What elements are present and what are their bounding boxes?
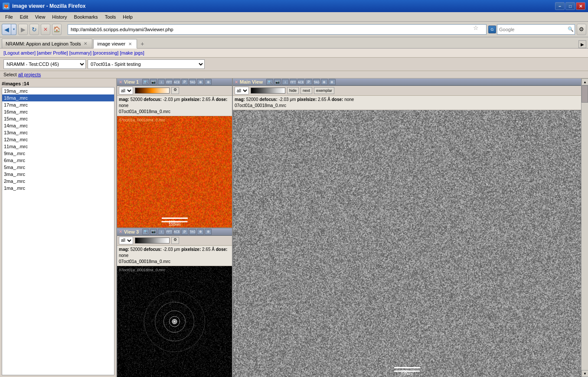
maximize-button[interactable]: □ bbox=[565, 2, 575, 10]
view3-settings-btn[interactable]: ⚙ bbox=[171, 237, 179, 244]
project-select[interactable]: NRAMM - Test:CCD (45) bbox=[3, 59, 86, 69]
summary-link[interactable]: [summary] bbox=[69, 50, 91, 55]
main-view-remove-icon[interactable]: ⊗ bbox=[329, 79, 336, 85]
view1-color-bar[interactable] bbox=[135, 88, 170, 94]
menu-bookmarks[interactable]: Bookmarks bbox=[71, 12, 101, 21]
view1-filter-select[interactable]: all bbox=[119, 87, 133, 94]
tab-image-viewer[interactable]: image viewer ✕ bbox=[93, 39, 137, 49]
hide-button[interactable]: hide bbox=[287, 87, 299, 94]
main-view-ace-icon[interactable]: ACE bbox=[297, 79, 304, 85]
view3-color-bar[interactable] bbox=[135, 237, 170, 244]
main-view-filter-select[interactable]: all bbox=[235, 87, 249, 94]
view3-snapshot-icon[interactable]: 📷 bbox=[150, 229, 157, 235]
list-item[interactable]: 3ma_.mrc bbox=[2, 171, 114, 178]
search-icon[interactable]: 🔍 bbox=[568, 26, 575, 32]
view3-p-icon[interactable]: P bbox=[181, 229, 188, 235]
back-button[interactable]: ◀ bbox=[2, 24, 11, 35]
tab-image-viewer-close[interactable]: ✕ bbox=[127, 41, 133, 47]
tab-appion[interactable]: NRAMM: Appion and Leginon Tools ✕ bbox=[2, 39, 92, 48]
main-view-add-icon[interactable]: ⊕ bbox=[321, 79, 328, 85]
main-view-p-icon[interactable]: P bbox=[305, 79, 312, 85]
main-view-tag-icon[interactable]: TAG bbox=[313, 79, 320, 85]
new-tab-button[interactable]: + bbox=[138, 39, 147, 48]
list-item[interactable]: 19ma_.mrc bbox=[2, 88, 114, 94]
menu-tools[interactable]: Tools bbox=[101, 12, 120, 21]
view3-filter-select[interactable]: all bbox=[119, 237, 133, 244]
stop-button[interactable]: ✕ bbox=[41, 24, 50, 35]
list-item[interactable]: 16ma_.mrc bbox=[2, 108, 114, 115]
view3-fft-icon[interactable]: FFT bbox=[166, 229, 173, 235]
all-projects-link[interactable]: all projects bbox=[18, 72, 41, 77]
menu-file[interactable]: File bbox=[2, 12, 16, 21]
home-button[interactable]: 🏠 bbox=[52, 24, 62, 35]
view3-ace-icon[interactable]: ACE bbox=[173, 229, 180, 235]
tab-appion-close[interactable]: ✕ bbox=[82, 41, 88, 47]
minimize-button[interactable]: – bbox=[555, 2, 565, 10]
scroll-up-button[interactable]: ▲ bbox=[581, 78, 588, 85]
next-button[interactable]: next bbox=[301, 87, 312, 94]
list-item[interactable]: 9ma_.mrc bbox=[2, 150, 114, 157]
view1-tag-icon[interactable]: TAG bbox=[189, 79, 196, 85]
view3-zoom-icon[interactable]: 🔍 bbox=[142, 229, 149, 235]
make-jpgs-link[interactable]: [make jpgs] bbox=[120, 50, 144, 55]
forward-button[interactable]: ▶ bbox=[18, 24, 28, 35]
tab-scroll-right[interactable]: ▶ bbox=[578, 40, 586, 48]
view1-close-icon[interactable]: ✕ bbox=[119, 80, 122, 84]
image-list[interactable]: 19ma_.mrc 18ma_.mrc 17ma_.mrc 16ma_.mrc … bbox=[2, 87, 114, 375]
scrollbar-vertical[interactable]: ▲ ▼ bbox=[581, 78, 588, 377]
main-view-fft-icon[interactable]: FFT bbox=[290, 79, 297, 85]
session-select[interactable]: 07oct01a - Spirit testing bbox=[88, 59, 205, 69]
main-view-info-icon[interactable]: i bbox=[282, 79, 289, 85]
list-item[interactable]: 6ma_.mrc bbox=[2, 157, 114, 164]
view1-ace-icon[interactable]: ACE bbox=[173, 79, 180, 85]
menu-edit[interactable]: Edit bbox=[16, 12, 32, 21]
view1-add-icon[interactable]: ⊕ bbox=[197, 79, 204, 85]
menu-help[interactable]: Help bbox=[119, 12, 136, 21]
main-view-image[interactable]: 07oct01a_00018ma_0.mrc 100nm bbox=[233, 110, 581, 377]
scroll-thumb[interactable] bbox=[581, 85, 588, 103]
list-item[interactable]: 11ma_.mrc bbox=[2, 143, 114, 150]
view1-image[interactable]: 07oct01a_00018ma_0.mrc 100nm bbox=[117, 116, 232, 228]
view1-snapshot-icon[interactable]: 📷 bbox=[150, 79, 157, 85]
view1-zoom-icon[interactable]: 🔍 bbox=[142, 79, 149, 85]
exemplar-button[interactable]: exemplar bbox=[314, 87, 334, 94]
logout-link[interactable]: [Logout amber] bbox=[3, 50, 36, 55]
view3-close-icon[interactable]: ✕ bbox=[119, 229, 122, 234]
view1-fft-icon[interactable]: FFT bbox=[166, 79, 173, 85]
view3-image[interactable]: 07oct01a_00018ma_0.mrc bbox=[117, 266, 232, 377]
refresh-button[interactable]: ↻ bbox=[29, 24, 39, 35]
list-item[interactable]: 15ma_.mrc bbox=[2, 115, 114, 122]
list-item[interactable]: 14ma_.mrc bbox=[2, 122, 114, 129]
back-dropdown[interactable]: ▾ bbox=[11, 24, 16, 35]
list-item-selected[interactable]: 18ma_.mrc bbox=[2, 94, 114, 101]
main-view-zoom-icon[interactable]: 🔍 bbox=[266, 79, 273, 85]
settings-icon[interactable]: ⚙ bbox=[577, 24, 586, 35]
menu-history[interactable]: History bbox=[49, 12, 70, 21]
view1-settings-btn[interactable]: ⚙ bbox=[171, 87, 179, 94]
address-input[interactable] bbox=[71, 27, 473, 32]
main-view-color-bar[interactable] bbox=[251, 88, 285, 94]
main-view-snapshot-icon[interactable]: 📷 bbox=[274, 79, 281, 85]
list-item[interactable]: 13ma_.mrc bbox=[2, 129, 114, 136]
list-item[interactable]: 17ma_.mrc bbox=[2, 101, 114, 108]
list-item[interactable]: 5ma_.mrc bbox=[2, 164, 114, 171]
view3-remove-icon[interactable]: ⊗ bbox=[205, 229, 212, 235]
view1-info-icon[interactable]: i bbox=[158, 79, 165, 85]
search-input[interactable] bbox=[497, 27, 568, 32]
close-button[interactable]: ✕ bbox=[576, 2, 585, 10]
bookmark-star-icon[interactable]: ☆ bbox=[473, 24, 483, 35]
processing-link[interactable]: [processing] bbox=[93, 50, 118, 55]
menu-view[interactable]: View bbox=[32, 12, 49, 21]
view1-remove-icon[interactable]: ⊗ bbox=[205, 79, 212, 85]
view3-info-icon[interactable]: i bbox=[158, 229, 165, 235]
scroll-down-button[interactable]: ▼ bbox=[581, 370, 588, 377]
main-view-info-text: mag: 52000 defocus: -2.03 μm pixelsize: … bbox=[235, 97, 354, 102]
view1-p-icon[interactable]: P bbox=[181, 79, 188, 85]
list-item[interactable]: 12ma_.mrc bbox=[2, 136, 114, 143]
profile-link[interactable]: [amber Profile] bbox=[37, 50, 68, 55]
view3-add-icon[interactable]: ⊕ bbox=[197, 229, 204, 235]
list-item[interactable]: 2ma_.mrc bbox=[2, 178, 114, 185]
list-item[interactable]: 1ma_.mrc bbox=[2, 185, 114, 192]
main-view-close-icon[interactable]: ✕ bbox=[235, 80, 238, 84]
view3-tag-icon[interactable]: TAG bbox=[189, 229, 196, 235]
